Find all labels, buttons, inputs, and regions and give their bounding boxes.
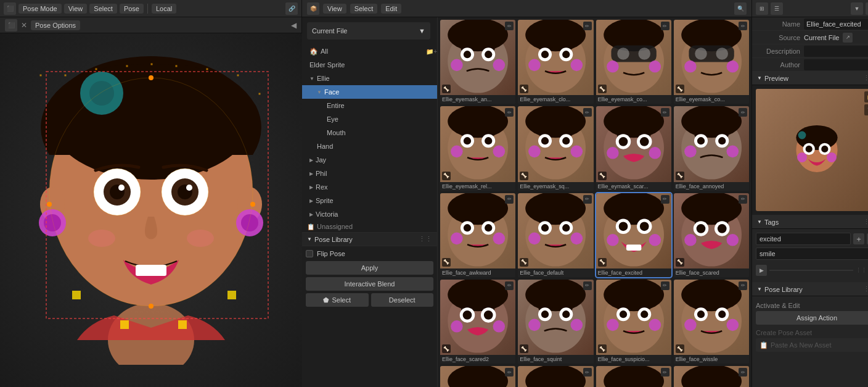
view-menu[interactable]: View: [64, 4, 88, 14]
thumb-edit-badge-ellie_face_squint[interactable]: ✏: [583, 281, 592, 290]
preview-folder-icon[interactable]: 📁: [864, 91, 868, 102]
tree-item-rex[interactable]: ▶ Rex: [302, 180, 437, 194]
asset-thumb-ellie_face_excited[interactable]: ✏ 🦴 Ellie_face_excited: [596, 193, 671, 277]
pose-menu[interactable]: Pose: [120, 4, 144, 14]
asset-thumb-ellie_eyemask_co2[interactable]: ✏ 🦴 Ellie_eyemask_co...: [674, 20, 749, 104]
asset-thumb-ellie_mouth_aa[interactable]: ✏ 🦴 Ellie_Mouth_Aa: [440, 366, 515, 387]
flip-pose-checkbox[interactable]: [306, 250, 313, 257]
tag1-add-icon[interactable]: +: [853, 233, 864, 244]
tree-item-sprite[interactable]: ▶ Sprite: [302, 194, 437, 207]
description-input[interactable]: [804, 46, 868, 57]
settings-icon[interactable]: ⚙: [866, 2, 868, 15]
tree-item-face[interactable]: ▼ Face: [302, 85, 437, 99]
filter-icon[interactable]: ▼: [851, 2, 863, 15]
thumb-edit-badge-ellie_face_default[interactable]: ✏: [583, 195, 592, 204]
asset-thumb-ellie_eyemask_clo[interactable]: ✏ 🦴 Ellie_eyemask_clo...: [518, 20, 593, 104]
asset-thumb-ellie_eyemask_sq[interactable]: ✏ 🦴 Ellie_eyemask_sq...: [518, 106, 593, 190]
select-button[interactable]: ⬟ Select: [306, 293, 369, 307]
thumb-edit-badge-ellie_mouth_aa[interactable]: ✏: [505, 368, 514, 377]
asset-thumb-ellie_mouth_eh[interactable]: ✏ 🦴 Ellie mouth Eh: [596, 366, 671, 387]
pose-lib-right-header[interactable]: ▼ Pose Library ⋮⋮: [752, 283, 868, 296]
tree-item-eye[interactable]: Eye: [302, 112, 437, 126]
viewport-type-icon[interactable]: ⬛: [4, 2, 16, 15]
thumb-edit-badge-ellie_mouth_oo[interactable]: ✏: [739, 368, 747, 377]
asset-thumb-ellie_face_default[interactable]: ✏ 🦴 Ellie_face_default: [518, 193, 593, 277]
select-menu[interactable]: Select: [89, 4, 117, 14]
asset-thumb-ellie_face_awkward[interactable]: ✏ 🦴 Ellie_face_awkward: [440, 193, 515, 277]
transform-dropdown[interactable]: Local: [152, 4, 176, 14]
tree-item-entire[interactable]: Entire: [302, 99, 437, 112]
tag1-input[interactable]: [756, 233, 851, 245]
asset-thumb-ellie_face_squint[interactable]: ✏ 🦴 Ellie_face_squint: [518, 280, 593, 364]
preview-refresh-icon[interactable]: ↻: [864, 104, 868, 115]
tags-section-header[interactable]: ▼ Tags ⋮⋮: [752, 215, 868, 229]
asset-thumb-ellie_face_scared2[interactable]: ✏ 🦴 Ellie_face_scared2: [440, 280, 515, 364]
assign-action-button[interactable]: Assign Action: [756, 311, 868, 325]
thumb-edit-badge-ellie_face_awkward[interactable]: ✏: [505, 195, 514, 204]
source-dropdown[interactable]: Current File ▼: [307, 22, 430, 40]
tree-item-unassigned[interactable]: 📋 Unassigned: [302, 221, 437, 232]
thumb-edit-badge-ellie_mouth_eh[interactable]: ✏: [661, 368, 669, 377]
author-input[interactable]: [804, 59, 868, 70]
preview-section-header[interactable]: ▼ Preview ⋮⋮: [752, 72, 868, 85]
ellie-arrow-icon: ▼: [309, 76, 314, 81]
ab-search-icon[interactable]: 🔍: [734, 2, 747, 15]
list-view-icon[interactable]: ☰: [771, 2, 783, 15]
asset-thumb-ellie_eyemask_an[interactable]: ✏ 🦴 Ellie_eyemask_an...: [440, 20, 515, 104]
thumb-edit-badge-ellie_face_wissle[interactable]: ✏: [739, 281, 747, 290]
asset-grid-area[interactable]: ✏ 🦴 Ellie_eyemask_an... ✏ 🦴 Ellie_eyemas…: [438, 17, 751, 387]
collapse-viewport-btn[interactable]: ◀: [291, 21, 297, 30]
ab-icon[interactable]: 📦: [307, 2, 319, 15]
pose-library-header[interactable]: ▼ Pose Library ⋮⋮: [302, 233, 437, 246]
pose-mode-dropdown[interactable]: Pose Mode: [18, 4, 62, 14]
grid-view-icon[interactable]: ⊞: [756, 2, 768, 15]
tag2-input[interactable]: [756, 248, 868, 260]
thumb-edit-badge-ellie_face_scared[interactable]: ✏: [739, 195, 747, 204]
asset-thumb-ellie_mouth_ee[interactable]: ✏ 🦴 Ellie_mouth_Ee: [518, 366, 593, 387]
tree-item-phil[interactable]: ▶ Phil: [302, 167, 437, 180]
thumb-edit-badge-ellie_eyemask_an[interactable]: ✏: [505, 22, 514, 30]
thumb-image-ellie_eyemask_clo: ✏ 🦴: [518, 20, 593, 95]
ab-view-menu[interactable]: View: [323, 4, 346, 14]
thumb-edit-badge-ellie_eyemask_sq[interactable]: ✏: [583, 108, 592, 117]
play-icon[interactable]: ▶: [756, 265, 767, 276]
tree-item-hand[interactable]: Hand: [302, 139, 437, 153]
tree-item-ellie[interactable]: ▼ Ellie: [302, 72, 437, 85]
thumb-edit-badge-ellie_face_annoyed[interactable]: ✏: [739, 108, 747, 117]
asset-thumb-ellie_mouth_oo[interactable]: ✏ 🦴 Ellie mouth Oo: [674, 366, 749, 387]
svg-point-144: [451, 320, 463, 333]
name-input[interactable]: [804, 19, 868, 30]
tree-item-victoria[interactable]: ▶ Victoria: [302, 207, 437, 221]
asset-thumb-ellie_eymask_scar[interactable]: ✏ 🦴 Ellie_eymask_scar...: [596, 106, 671, 190]
header-icon[interactable]: ⬛: [5, 19, 17, 31]
thumb-edit-badge-ellie_face_excited[interactable]: ✏: [661, 195, 669, 204]
deselect-button[interactable]: Deselect: [371, 293, 434, 307]
pose-options-btn[interactable]: Pose Options: [31, 20, 80, 30]
paste-asset-button[interactable]: 📋 Paste As New Asset: [756, 338, 868, 352]
thumb-edit-badge-ellie_eymask_scar[interactable]: ✏: [661, 108, 669, 117]
asset-thumb-ellie_face_scared[interactable]: ✏ 🦴 Ellie_face_scared: [674, 193, 749, 277]
asset-thumb-ellie_face_wissle[interactable]: ✏ 🦴 Ellie_face_wissle: [674, 280, 749, 364]
thumb-edit-badge-ellie_eyemask_co1[interactable]: ✏: [661, 22, 669, 30]
ab-select-menu[interactable]: Select: [350, 4, 378, 14]
apply-button[interactable]: Apply: [306, 261, 433, 275]
tree-item-elder-sprite[interactable]: Elder Sprite: [302, 58, 437, 72]
thumb-edit-badge-ellie_eyemask_co2[interactable]: ✏: [739, 22, 747, 30]
thumb-edit-badge-ellie_face_suspicio[interactable]: ✏: [661, 281, 669, 290]
source-link-icon[interactable]: ↗: [843, 33, 853, 43]
snap-icon[interactable]: 🔗: [285, 2, 298, 15]
thumb-edit-badge-ellie_face_scared2[interactable]: ✏: [505, 281, 514, 290]
close-viewport-btn[interactable]: ✕: [21, 21, 27, 30]
asset-thumb-ellie_eyemask_rel[interactable]: ✏ 🦴 Ellie_eyemask_rel...: [440, 106, 515, 190]
asset-thumb-ellie_face_suspicio[interactable]: ✏ 🦴 Ellie_face_suspicio...: [596, 280, 671, 364]
tree-item-mouth[interactable]: Mouth: [302, 126, 437, 139]
asset-thumb-ellie_face_annoyed[interactable]: ✏ 🦴 Ellie_face_annoyed: [674, 106, 749, 190]
thumb-edit-badge-ellie_mouth_ee[interactable]: ✏: [583, 368, 592, 377]
thumb-edit-badge-ellie_eyemask_rel[interactable]: ✏: [505, 108, 514, 117]
interactive-blend-button[interactable]: Interactive Blend: [306, 277, 433, 291]
asset-thumb-ellie_eyemask_co1[interactable]: ✏ 🦴 Ellie_eyemask_co...: [596, 20, 671, 104]
tree-item-all[interactable]: 🏠 All 📁+: [302, 44, 437, 58]
thumb-edit-badge-ellie_eyemask_clo[interactable]: ✏: [583, 22, 592, 30]
tree-item-jay[interactable]: ▶ Jay: [302, 153, 437, 167]
ab-edit-menu[interactable]: Edit: [381, 4, 401, 14]
